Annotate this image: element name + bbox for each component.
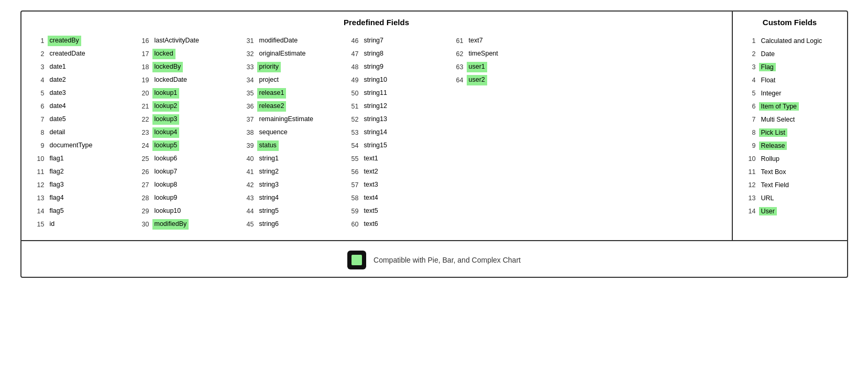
field-row: 13flag4 [30,192,129,204]
field-name-label: project [257,75,281,85]
field-name-label: string5 [257,206,281,216]
predefined-column-1: 1createdBy2createdDate3date14date25date3… [30,35,135,232]
custom-field-name-label: Flag [759,63,776,71]
field-name-label: lookup6 [152,154,180,164]
predefined-column-2: 16lastActivityDate17locked18lockedBy19lo… [135,35,239,232]
custom-field-name-label: Text Box [759,168,788,176]
field-row: 34project [239,74,339,86]
field-row: 19lockedDate [135,74,234,86]
custom-field-number: 14 [741,208,756,215]
field-name-label: lockedBy [152,62,183,72]
field-row: 55text1 [344,153,444,165]
custom-field-name-label: Float [759,76,778,84]
field-name-label: detail [48,127,68,138]
custom-field-row: 2Date [741,48,839,60]
field-name-label: lookup2 [152,101,180,112]
field-row: 23lookup4 [135,127,234,138]
columns-wrapper: 1createdBy2createdDate3date14date25date3… [30,35,723,232]
custom-field-number: 5 [741,90,756,97]
field-number: 56 [344,168,359,176]
field-name-label: text2 [362,167,380,177]
field-name-label: lookup8 [152,180,180,190]
field-name-label: text1 [362,154,380,164]
table-section: Predefined Fields 1createdBy2createdDate… [21,12,847,241]
field-name-label: string1 [257,154,281,164]
field-name-label: text3 [362,180,380,190]
field-row: 40string1 [239,153,339,165]
field-number: 4 [30,77,45,84]
field-number: 52 [344,116,359,123]
custom-field-name-label: URL [759,194,776,202]
custom-field-row: 5Integer [741,88,839,99]
field-number: 22 [135,116,149,123]
custom-field-row: 9Release [741,140,839,151]
field-name-label: createdBy [48,36,81,46]
field-number: 42 [239,181,254,189]
field-name-label: lastActivityDate [152,36,201,46]
field-name-label: text7 [467,36,485,46]
field-number: 35 [239,90,254,97]
field-row: 25lookup6 [135,153,234,165]
field-name-label: lookup1 [152,88,180,99]
field-name-label: string13 [362,114,389,125]
field-row: 51string12 [344,101,444,112]
field-row: 14flag5 [30,205,129,217]
field-name-label: lookup3 [152,114,180,125]
field-row: 54string15 [344,140,444,151]
field-name-label: text6 [362,219,380,230]
field-row: 59text5 [344,205,444,217]
field-row: 47string8 [344,48,444,60]
field-row: 21lookup2 [135,101,234,112]
field-row: 31modifiedDate [239,35,339,47]
field-number: 34 [239,77,254,84]
field-number: 48 [344,63,359,71]
field-row: 32originalEstimate [239,48,339,60]
field-row: 7date5 [30,114,129,125]
field-row: 43string4 [239,192,339,204]
field-number: 59 [344,208,359,215]
field-name-label: string4 [257,193,281,203]
field-row: 39status [239,140,339,151]
field-name-label: flag4 [48,193,66,203]
field-name-label: string2 [257,167,281,177]
field-number: 2 [30,50,45,58]
field-number: 21 [135,103,149,110]
field-row: 61text7 [449,35,548,47]
field-name-label: date4 [48,101,68,112]
field-row: 48string9 [344,61,444,73]
field-row: 38sequence [239,127,339,138]
field-number: 57 [344,181,359,189]
footer-section: Compatible with Pie, Bar, and Complex Ch… [21,241,847,277]
field-number: 31 [239,37,254,45]
field-name-label: string6 [257,219,281,230]
custom-fields-list: 1Calculated and Logic2Date3Flag4Float5In… [741,35,839,217]
field-row: 49string10 [344,74,444,86]
custom-field-row: 4Float [741,74,839,86]
field-name-label: id [48,219,57,230]
custom-field-number: 9 [741,142,756,149]
field-number: 45 [239,221,254,228]
field-number: 18 [135,63,149,71]
field-row: 22lookup3 [135,114,234,125]
field-name-label: lookup5 [152,140,180,151]
field-number: 39 [239,142,254,149]
custom-field-name-label: Multi Select [759,115,797,124]
field-name-label: string12 [362,101,389,112]
field-number: 54 [344,142,359,149]
footer-text: Compatible with Pie, Bar, and Complex Ch… [373,256,521,264]
field-row: 6date4 [30,101,129,112]
field-number: 7 [30,116,45,123]
custom-field-name-label: Release [759,142,787,150]
custom-field-number: 11 [741,168,756,176]
legend-icon [347,251,366,269]
field-name-label: string10 [362,75,389,85]
field-row: 64user2 [449,74,548,86]
field-number: 13 [30,194,45,202]
field-number: 23 [135,129,149,136]
field-row: 30modifiedBy [135,219,234,230]
field-name-label: user1 [467,62,487,72]
field-row: 18lockedBy [135,61,234,73]
field-name-label: user2 [467,75,487,85]
field-number: 16 [135,37,149,45]
custom-field-row: 7Multi Select [741,114,839,125]
